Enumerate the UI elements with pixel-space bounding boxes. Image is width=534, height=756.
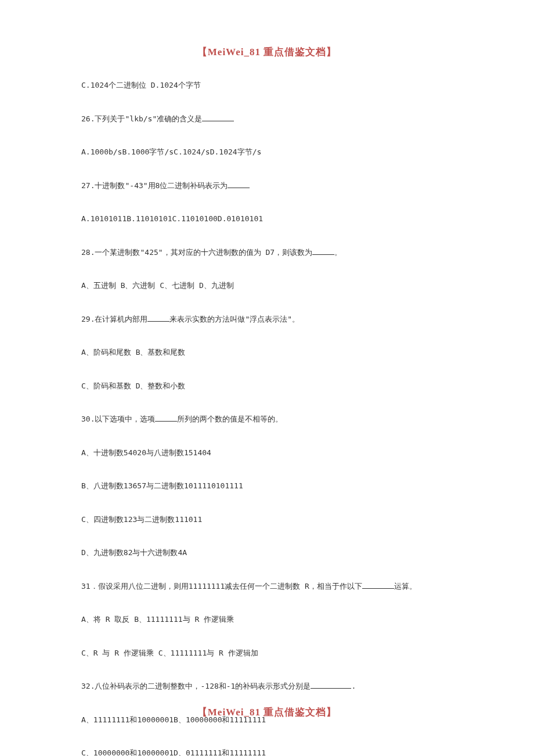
q30-text-b: 所列的两个数的值是不相等的。 bbox=[177, 415, 283, 423]
q32-text-a: 32.八位补码表示的二进制整数中，-128和-1的补码表示形式分别是 bbox=[81, 682, 311, 690]
blank-fill bbox=[155, 414, 177, 422]
text-line: 28.一个某进制数"425"，其对应的十六进制数的值为 D7，则该数为。 bbox=[81, 247, 453, 258]
text-line: 32.八位补码表示的二进制整数中，-128和-1的补码表示形式分别是. bbox=[81, 681, 453, 692]
q30-text-a: 30.以下选项中，选项 bbox=[81, 415, 155, 423]
text-line: B、八进制数13657与二进制数1011110101111 bbox=[81, 480, 453, 492]
text-line: 31．假设采用八位二进制，则用11111111减去任何一个二进制数 R，相当于作… bbox=[81, 581, 453, 592]
text-line: A、五进制 B、六进制 C、七进制 D、九进制 bbox=[81, 280, 453, 291]
text-line: C.1024个二进制位 D.1024个字节 bbox=[81, 80, 453, 91]
blank-fill bbox=[147, 314, 169, 322]
text-line: A.1000b/sB.1000字节/sC.1024/sD.1024字节/s bbox=[81, 146, 453, 158]
text-line: A、阶码和尾数 B、基数和尾数 bbox=[81, 347, 453, 358]
q31-text-a: 31．假设采用八位二进制，则用11111111减去任何一个二进制数 R，相当于作… bbox=[81, 582, 362, 591]
q29-text-a: 29.在计算机内部用 bbox=[81, 315, 147, 323]
q28-suffix: 。 bbox=[334, 248, 342, 257]
text-line: 27.十进制数"-43"用8位二进制补码表示为 bbox=[81, 180, 453, 192]
text-line: C、R 与 R 作逻辑乘 C、11111111与 R 作逻辑加 bbox=[81, 647, 453, 659]
text-line: C、10000000和10000001D、01111111和11111111 bbox=[81, 747, 453, 756]
text-line: 29.在计算机内部用来表示实数的方法叫做"浮点表示法"。 bbox=[81, 314, 453, 325]
q26-text: 26.下列关于"lkb/s"准确的含义是 bbox=[81, 114, 202, 123]
blank-fill bbox=[312, 247, 334, 255]
q28-text: 28.一个某进制数"425"，其对应的十六进制数的值为 D7，则该数为 bbox=[81, 248, 312, 257]
text-line: A.10101011B.11010101C.11010100D.01010101 bbox=[81, 213, 453, 225]
text-line: C、阶码和基数 D、整数和小数 bbox=[81, 380, 453, 392]
text-line: C、四进制数123与二进制数111011 bbox=[81, 514, 453, 525]
q31-text-b: 运算。 bbox=[394, 582, 417, 591]
q32-text-b: . bbox=[351, 682, 356, 690]
header-title: 【MeiWei_81 重点借鉴文档】 bbox=[0, 0, 534, 59]
text-line: 30.以下选项中，选项所列的两个数的值是不相等的。 bbox=[81, 413, 453, 425]
text-line: D、九进制数82与十六进制数4A bbox=[81, 547, 453, 559]
text-line: 26.下列关于"lkb/s"准确的含义是 bbox=[81, 113, 453, 125]
blank-fill bbox=[228, 181, 250, 188]
text-line: A、十进制数54020与八进制数151404 bbox=[81, 447, 453, 459]
blank-fill bbox=[202, 114, 234, 121]
blank-fill bbox=[311, 681, 351, 689]
blank-fill bbox=[362, 581, 394, 589]
document-body: C.1024个二进制位 D.1024个字节 26.下列关于"lkb/s"准确的含… bbox=[0, 59, 534, 756]
q27-text: 27.十进制数"-43"用8位二进制补码表示为 bbox=[81, 181, 228, 190]
text-line: A、将 R 取反 B、11111111与 R 作逻辑乘 bbox=[81, 614, 453, 625]
footer-title: 【MeiWei_81 重点借鉴文档】 bbox=[0, 705, 534, 719]
q29-text-b: 来表示实数的方法叫做"浮点表示法"。 bbox=[169, 315, 300, 323]
